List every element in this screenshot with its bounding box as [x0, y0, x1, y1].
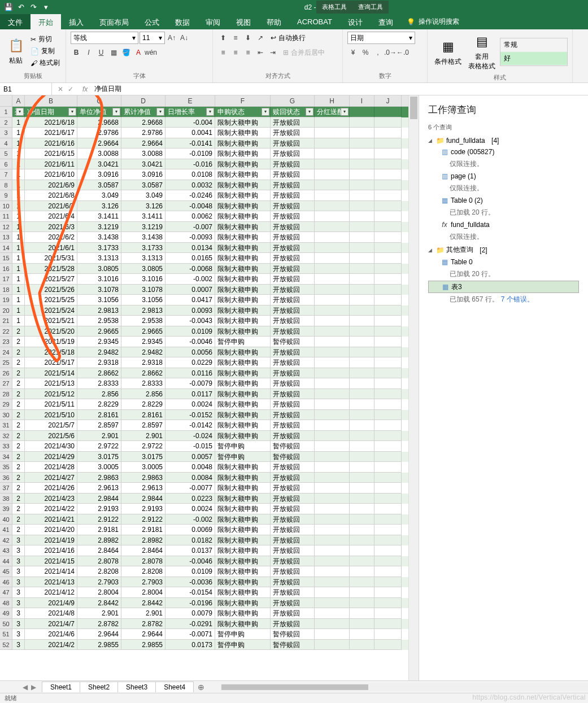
cell[interactable]: 3.1056	[121, 295, 165, 305]
cell[interactable]	[374, 399, 402, 410]
cell[interactable]	[315, 326, 350, 337]
cell[interactable]: 2.901	[121, 431, 165, 442]
indent-dec-button[interactable]: ⇤	[255, 46, 266, 59]
cell[interactable]: 2021/5/21	[25, 316, 77, 326]
cell[interactable]: 2021/4/22	[25, 504, 77, 514]
cell[interactable]: 3.1733	[77, 243, 121, 254]
cell[interactable]: 3.0421	[77, 159, 121, 170]
cell[interactable]: 开放赎回	[271, 169, 315, 180]
cell[interactable]	[350, 232, 374, 243]
cell[interactable]: 1	[12, 274, 25, 285]
table-col-header[interactable]	[350, 107, 374, 117]
cell[interactable]	[315, 629, 350, 640]
cell[interactable]: 2021/4/26	[25, 483, 77, 494]
cells-area[interactable]: 1列1▾净值日期▾单位净值▾累计净值▾日增长率▾申购状态▾赎回状态▾分红送配▾2…	[0, 107, 408, 680]
cell[interactable]: 0.0084	[165, 473, 215, 483]
cell[interactable]	[315, 264, 350, 274]
cell[interactable]	[350, 629, 374, 640]
cell[interactable]: 2.9844	[77, 494, 121, 504]
merge-center-button[interactable]: ⊞合并后居中	[283, 48, 325, 58]
cell[interactable]: 2	[12, 337, 25, 347]
cell[interactable]: 2.9345	[121, 337, 165, 347]
align-center-button[interactable]: ≡	[230, 46, 241, 59]
fill-color-button[interactable]: 🪣	[120, 46, 132, 59]
cell[interactable]: 0.0417	[165, 295, 215, 305]
cell[interactable]: 2.9722	[121, 441, 165, 452]
col-header-I[interactable]: I	[350, 95, 374, 106]
tab-layout[interactable]: 页面布局	[92, 14, 137, 29]
cell[interactable]	[315, 566, 350, 577]
cell[interactable]	[374, 504, 402, 514]
cell[interactable]	[374, 180, 402, 191]
cell[interactable]: -0.0043	[165, 316, 215, 326]
cell[interactable]: 0.0007	[165, 285, 215, 295]
cell[interactable]	[350, 535, 374, 546]
cell[interactable]	[350, 587, 374, 598]
cell[interactable]: 3.0175	[77, 452, 121, 462]
cell[interactable]: 2.9786	[77, 128, 121, 138]
cell[interactable]: 2021/5/27	[25, 274, 77, 285]
cell[interactable]	[350, 190, 374, 201]
cell[interactable]: 限制大额申购	[215, 253, 271, 264]
cell[interactable]: 2021/5/17	[25, 357, 77, 368]
col-header-D[interactable]: D	[121, 95, 165, 106]
col-header-B[interactable]: B	[25, 95, 77, 106]
cell[interactable]: 限制大额申购	[215, 222, 271, 233]
cell[interactable]: 0.0057	[165, 452, 215, 462]
cell[interactable]: 0.0109	[165, 326, 215, 337]
table-format-button[interactable]: ▤套用 表格格式	[466, 32, 498, 72]
row-header[interactable]: 41	[0, 525, 12, 535]
cell[interactable]: 2021/6/9	[25, 180, 77, 191]
cell[interactable]: 限制大额申购	[215, 410, 271, 421]
tree-group-other[interactable]: ◢ 📁 其他查询 [2]	[428, 243, 579, 256]
query-item[interactable]: ▥page (1)	[428, 171, 579, 182]
cell[interactable]: 暂停申购	[215, 337, 271, 347]
cell[interactable]: 限制大额申购	[215, 399, 271, 410]
cell[interactable]: 2021/4/28	[25, 462, 77, 473]
cell[interactable]: 限制大额申购	[215, 243, 271, 254]
cell[interactable]: 2021/4/29	[25, 452, 77, 462]
cell[interactable]: 2	[12, 410, 25, 421]
row-header[interactable]: 31	[0, 420, 12, 431]
cell[interactable]: 2.9538	[77, 316, 121, 326]
tell-me-search[interactable]: 💡 操作说明搜索	[401, 14, 465, 29]
tab-insert[interactable]: 插入	[61, 14, 92, 29]
cell[interactable]	[374, 285, 402, 295]
row-header[interactable]: 9	[0, 190, 12, 201]
cell[interactable]: 2.9193	[121, 504, 165, 514]
cell[interactable]	[315, 243, 350, 254]
cell[interactable]: 3.0005	[121, 462, 165, 473]
table-col-header[interactable]: 赎回状态▾	[271, 107, 315, 117]
table-col-header[interactable]	[374, 107, 402, 117]
cell[interactable]	[374, 441, 402, 452]
cell[interactable]: 限制大额申购	[215, 608, 271, 619]
row-header[interactable]: 26	[0, 368, 12, 379]
cell[interactable]: 限制大额申购	[215, 326, 271, 337]
cell[interactable]: 限制大额申购	[215, 117, 271, 128]
cell[interactable]: 2.9122	[121, 514, 165, 525]
number-format-select[interactable]: 日期▾	[347, 32, 415, 44]
cell[interactable]	[374, 316, 402, 326]
row-header[interactable]: 47	[0, 587, 12, 598]
cell[interactable]: 3.1411	[121, 211, 165, 222]
cell[interactable]: 2.9664	[77, 138, 121, 149]
cell[interactable]: 开放赎回	[271, 222, 315, 233]
cell[interactable]: 2.9855	[121, 640, 165, 650]
cell[interactable]: 2.856	[121, 389, 165, 400]
cell[interactable]	[315, 117, 350, 128]
cell[interactable]	[350, 180, 374, 191]
cell[interactable]: 限制大额申购	[215, 514, 271, 525]
cell[interactable]	[350, 253, 374, 264]
cell[interactable]	[350, 431, 374, 442]
row-header[interactable]: 2	[0, 117, 12, 128]
cell[interactable]: 1	[12, 211, 25, 222]
col-header-J[interactable]: J	[374, 95, 402, 106]
cell[interactable]: 限制大额申购	[215, 473, 271, 483]
filter-dropdown-icon[interactable]: ▾	[206, 108, 214, 116]
filter-dropdown-icon[interactable]: ▾	[16, 108, 24, 116]
cell[interactable]	[350, 295, 374, 305]
cell[interactable]: 1	[12, 138, 25, 149]
cell[interactable]: 0.0024	[165, 399, 215, 410]
row-header[interactable]: 14	[0, 243, 12, 254]
cell[interactable]: 2.9122	[77, 514, 121, 525]
